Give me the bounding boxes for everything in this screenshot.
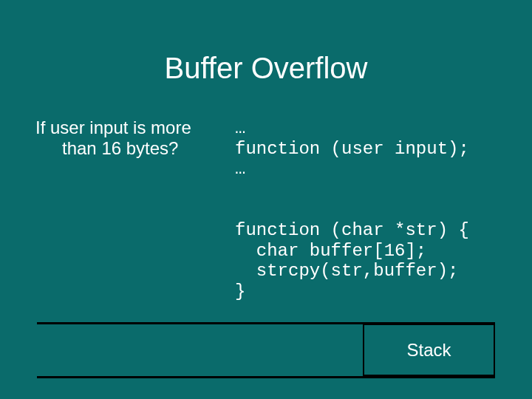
code2-l3: strcpy(str,buffer); (235, 261, 458, 281)
code-block-call: … function (user input); … (235, 118, 469, 180)
code2-l4: } (235, 282, 245, 301)
question-line-1: If user input is more (35, 117, 191, 137)
question-line-2: than 16 bytes? (35, 138, 220, 159)
code1-l1: … (235, 118, 245, 138)
slide: Buffer Overflow If user input is more th… (0, 0, 532, 399)
divider-bottom (37, 376, 495, 378)
question-text: If user input is more than 16 bytes? (35, 117, 220, 158)
code2-l1: function (char *str) { (235, 220, 469, 240)
code-block-function: function (char *str) { char buffer[16]; … (235, 220, 469, 301)
code2-l2: char buffer[16]; (235, 241, 426, 261)
stack-box: Stack (363, 324, 495, 376)
code1-l2: function (user input); (235, 139, 469, 159)
stack-label: Stack (406, 340, 451, 361)
code1-l3: … (235, 159, 245, 179)
slide-title: Buffer Overflow (0, 52, 532, 85)
